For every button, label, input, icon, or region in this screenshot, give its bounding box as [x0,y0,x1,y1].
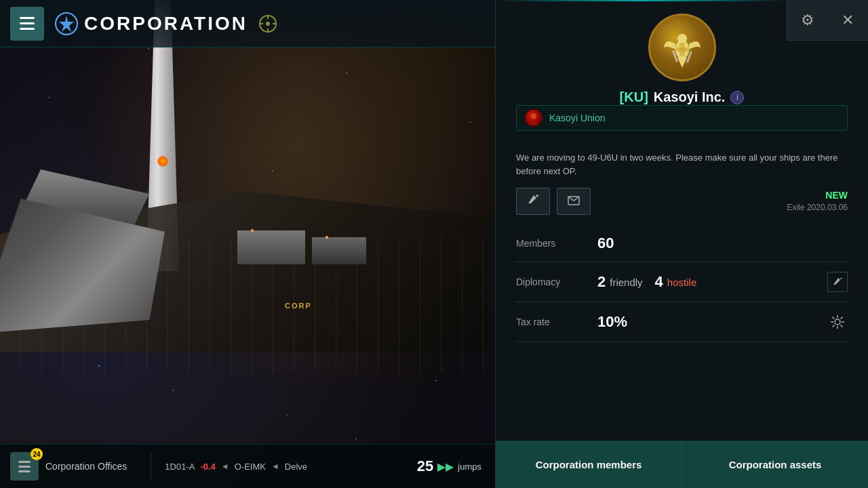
offices-label: Corporation Offices [45,461,127,472]
page-title: CORPORATION [84,13,248,35]
edit-button[interactable] [516,188,550,215]
tax-settings-button[interactable] [827,312,848,332]
corp-tag: [KU] [620,89,648,105]
ship-text: CORP [285,302,312,310]
new-badge: NEW Exile 2020.03.06 [787,190,848,213]
game-viewport: CORP CORPORATION [0,0,495,488]
route-system-1: O-EIMK [235,462,266,472]
hamburger-line-2 [20,22,35,24]
members-value: 60 [597,235,614,252]
bottom-divider [151,453,151,480]
jumps-count: 25 [417,458,433,475]
gear-icon: ⚙ [801,12,814,29]
diplomacy-edit-button[interactable] [827,272,848,292]
mail-icon [568,194,580,209]
svg-point-3 [266,22,270,26]
svg-point-16 [835,319,840,325]
right-panel: ⚙ ✕ [495,0,868,488]
corp-name: Kasoyi Inc. [654,89,726,105]
svg-marker-1 [59,16,74,32]
corp-description: We are moving to 49-U6U in two weeks. Pl… [496,141,868,184]
alliance-row: Kasoyi Union [516,105,848,131]
menu-line-1 [18,461,31,463]
ship-wing [0,195,165,334]
diplomacy-edit-icon [833,277,842,287]
location-system: 1D01-A [165,462,195,472]
security-status: -0.4 [200,462,215,472]
svg-point-9 [677,34,687,43]
corp-emblem-svg [658,24,706,71]
new-label: NEW [787,190,848,201]
notification-icon [258,14,278,34]
alliance-avatar-svg [526,110,541,125]
members-row: Members 60 [516,225,848,262]
offices-section: 24 Corporation Offices [0,452,137,481]
stats-section: Members 60 Diplomacy 2 friendly 4 hostil… [496,222,868,441]
arrow-left-icon: ◄ [221,462,229,471]
tax-value: 10% [597,313,627,331]
tower-light [157,156,168,167]
corp-name-row: [KU] Kasoyi Inc. i [620,89,745,105]
bottom-bar: 24 Corporation Offices 1D01-A -0.4 ◄ O-E… [0,444,495,488]
members-label: Members [516,238,597,249]
corp-members-button[interactable]: Corporation members [496,441,682,488]
alliance-avatar [525,109,542,127]
diplomacy-hostile-label: hostile [667,277,696,288]
close-button[interactable]: ✕ [827,0,868,41]
light-dot-3 [326,236,328,239]
menu-line-2 [18,466,31,468]
diplomacy-hostile-count: 4 [655,273,663,291]
structure-4 [312,237,366,264]
jumps-label: jumps [458,462,481,472]
alliance-name: Kasoyi Union [549,113,606,123]
corp-star-icon [54,12,79,36]
forward-arrows-icon: ▶▶ [437,460,454,473]
menu-button[interactable] [10,7,44,41]
bottom-action-buttons: Corporation members Corporation assets [496,441,868,488]
top-bar: CORPORATION [0,0,495,47]
route-region: Delve [285,462,307,472]
arrow-divider: ◄ [271,462,279,471]
offices-badge: 24 [31,448,43,460]
edit-icon [527,194,539,209]
svg-point-14 [531,113,536,119]
action-row: NEW Exile 2020.03.06 [496,184,868,222]
structure-3 [237,230,305,264]
diplomacy-friendly-count: 2 [597,273,606,291]
jumps-section: 25 ▶▶ jumps [417,458,495,475]
new-date: Exile 2020.03.06 [787,203,848,212]
offices-menu-button[interactable]: 24 [10,452,39,481]
tax-settings-icon [830,314,845,329]
diplomacy-row: Diplomacy 2 friendly 4 hostile [516,262,848,302]
hamburger-line-1 [20,17,35,19]
foreground-ship [0,169,190,339]
light-dot-2 [251,229,254,232]
menu-line-3 [18,470,31,472]
top-buttons: ⚙ ✕ [787,0,868,41]
location-section: 1D01-A -0.4 ◄ O-EIMK ◄ Delve [165,462,307,472]
teal-accent [496,0,787,1]
settings-button[interactable]: ⚙ [787,0,827,41]
tax-row: Tax rate 10% [516,302,848,342]
diplomacy-friendly-label: friendly [610,277,642,288]
hamburger-line-3 [20,28,35,30]
corp-assets-button[interactable]: Corporation assets [682,441,868,488]
info-button[interactable]: i [730,91,744,104]
diplomacy-label: Diplomacy [516,277,597,287]
corp-emblem [648,14,716,81]
tax-label: Tax rate [516,317,597,327]
close-icon: ✕ [842,12,854,29]
mail-button[interactable] [557,188,591,215]
svg-rect-11 [676,47,688,52]
info-icon: i [736,93,738,102]
